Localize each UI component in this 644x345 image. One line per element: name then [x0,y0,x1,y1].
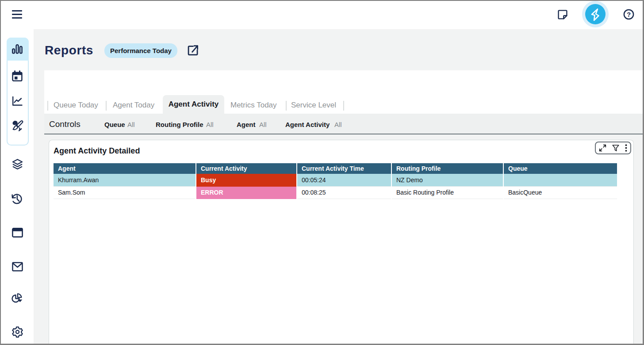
svg-text:?: ? [627,11,631,18]
